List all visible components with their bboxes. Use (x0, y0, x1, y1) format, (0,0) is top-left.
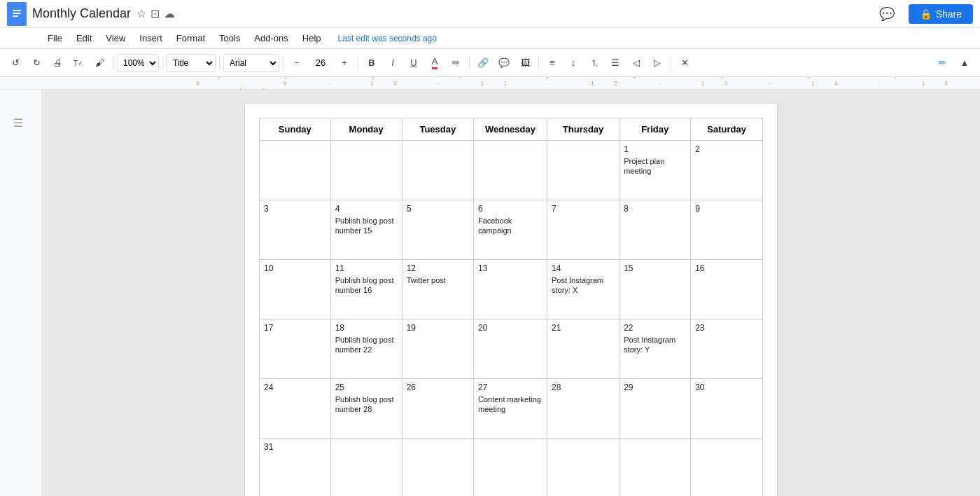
calendar-cell-2-1[interactable]: 11Publish blog post number 16 (330, 260, 402, 319)
topbar-star-icon[interactable]: ☆ ⊡ ☁ (136, 7, 175, 20)
day-number: 12 (407, 263, 469, 273)
day-number: 4 (335, 204, 398, 214)
calendar-cell-0-0[interactable] (260, 141, 331, 200)
calendar-cell-3-3[interactable]: 20 (473, 319, 547, 379)
calendar-cell-5-5[interactable] (620, 439, 691, 497)
font-color-button[interactable]: A (425, 53, 444, 73)
day-number: 26 (407, 383, 469, 392)
collapse-toolbar-button[interactable]: ▲ (955, 53, 974, 73)
calendar-cell-2-4[interactable]: 14Post Instagram story: X (547, 260, 619, 319)
calendar-cell-1-3[interactable]: 6Facebook campaign (473, 200, 547, 260)
calendar-cell-3-4[interactable]: 21 (547, 319, 619, 379)
menu-addons[interactable]: Add-ons (248, 32, 293, 45)
calendar-cell-3-6[interactable]: 23 (691, 319, 763, 379)
calendar-cell-3-2[interactable]: 19 (402, 319, 473, 379)
menu-format[interactable]: Format (171, 32, 211, 45)
paint-format-button[interactable]: 🖌 (90, 53, 109, 73)
calendar-cell-1-5[interactable]: 8 (620, 200, 691, 260)
menu-view[interactable]: View (100, 32, 131, 45)
doc-area[interactable]: Sunday Monday Tuesday Wednesday Thursday… (42, 90, 980, 496)
ordered-list-button[interactable]: ⒈ (584, 53, 604, 73)
underline-button[interactable]: U (404, 53, 424, 73)
comments-icon[interactable]: 💬 (879, 6, 895, 22)
link-button[interactable]: 🔗 (473, 53, 493, 73)
day-number: 9 (695, 204, 758, 214)
font-select[interactable]: Arial (223, 54, 279, 72)
menu-tools[interactable]: Tools (214, 32, 246, 45)
calendar-cell-2-6[interactable]: 16 (691, 260, 763, 319)
calendar-cell-3-5[interactable]: 22Post Instagram story: Y (620, 319, 691, 379)
calendar-cell-4-3[interactable]: 27Content marketing meeting (473, 379, 547, 439)
font-size-increase-button[interactable]: + (335, 53, 354, 73)
folder-icon[interactable]: ⊡ (150, 7, 160, 20)
calendar-cell-5-6[interactable] (691, 439, 763, 497)
zoom-select[interactable]: 100% (117, 54, 159, 72)
menu-help[interactable]: Help (297, 32, 327, 45)
calendar-cell-2-3[interactable]: 13 (473, 260, 547, 319)
calendar-cell-4-0[interactable]: 24 (260, 379, 331, 439)
calendar-cell-0-4[interactable] (547, 141, 619, 200)
italic-button[interactable]: I (383, 53, 402, 73)
menu-edit[interactable]: Edit (71, 32, 97, 45)
redo-button[interactable]: ↻ (27, 53, 46, 73)
calendar-cell-5-0[interactable]: 31 (260, 439, 331, 497)
calendar-cell-0-1[interactable] (330, 141, 402, 200)
calendar-row-0: 1Project plan meeting2 (260, 141, 763, 200)
edit-mode-button[interactable]: ✏ (932, 53, 952, 73)
day-number: 15 (624, 263, 686, 273)
calendar-cell-1-6[interactable]: 9 (691, 200, 763, 260)
indent-more-button[interactable]: ▷ (648, 53, 667, 73)
header-saturday: Saturday (691, 118, 763, 141)
style-select[interactable]: Title (167, 54, 216, 72)
calendar-cell-3-1[interactable]: 18Publish blog post number 22 (330, 319, 402, 379)
calendar-cell-4-1[interactable]: 25Publish blog post number 28 (330, 379, 402, 439)
align-button[interactable]: ≡ (542, 53, 562, 73)
font-size-decrease-button[interactable]: − (287, 53, 307, 73)
calendar-cell-1-1[interactable]: 4Publish blog post number 15 (330, 200, 402, 260)
share-button[interactable]: 🔒 Share (909, 4, 973, 24)
clear-format-button[interactable]: ✕ (675, 53, 694, 73)
calendar-cell-4-6[interactable]: 30 (691, 379, 763, 439)
day-number: 14 (552, 263, 615, 273)
highlight-button[interactable]: ✏ (446, 53, 465, 73)
calendar-cell-1-0[interactable]: 3 (260, 200, 331, 260)
separator-1 (113, 56, 113, 70)
indent-less-button[interactable]: ◁ (626, 53, 646, 73)
comment-button[interactable]: 💬 (494, 53, 514, 73)
calendar-cell-0-6[interactable]: 2 (691, 141, 763, 200)
calendar-cell-5-4[interactable] (547, 439, 619, 497)
day-number: 20 (478, 323, 542, 333)
doc-outline-icon[interactable]: ☰ (13, 117, 23, 129)
star-icon[interactable]: ☆ (136, 7, 146, 20)
calendar-cell-0-5[interactable]: 1Project plan meeting (620, 141, 691, 200)
calendar-cell-4-5[interactable]: 29 (620, 379, 691, 439)
calendar-cell-2-2[interactable]: 12Twitter post (402, 260, 473, 319)
menu-file[interactable]: File (42, 32, 68, 45)
bold-button[interactable]: B (362, 53, 382, 73)
menu-insert[interactable]: Insert (134, 32, 168, 45)
calendar-cell-4-2[interactable]: 26 (402, 379, 473, 439)
spellcheck-button[interactable]: T✓ (69, 53, 88, 73)
calendar-cell-3-0[interactable]: 17 (260, 319, 331, 379)
calendar-cell-0-3[interactable] (473, 141, 547, 200)
calendar-cell-4-4[interactable]: 28 (547, 379, 619, 439)
calendar-cell-1-2[interactable]: 5 (402, 200, 473, 260)
calendar-cell-5-1[interactable] (330, 439, 402, 497)
calendar-cell-0-2[interactable] (402, 141, 473, 200)
day-number: 11 (335, 263, 398, 273)
calendar-cell-1-4[interactable]: 7 (547, 200, 619, 260)
print-button[interactable]: 🖨 (48, 53, 67, 73)
calendar-cell-2-5[interactable]: 15 (620, 260, 691, 319)
calendar-row-3: 1718Publish blog post number 2219202122P… (260, 319, 763, 379)
calendar-cell-5-2[interactable] (402, 439, 473, 497)
cloud-icon[interactable]: ☁ (164, 7, 175, 20)
unordered-list-button[interactable]: ☰ (606, 53, 625, 73)
image-button[interactable]: 🖼 (515, 53, 535, 73)
day-number: 25 (335, 383, 398, 392)
line-spacing-button[interactable]: ↕ (564, 53, 583, 73)
undo-button[interactable]: ↺ (6, 53, 25, 73)
calendar-cell-2-0[interactable]: 10 (260, 260, 331, 319)
day-number: 1 (624, 144, 686, 154)
calendar-cell-5-3[interactable] (473, 439, 547, 497)
doc-title: Monthly Calendar (32, 6, 131, 21)
